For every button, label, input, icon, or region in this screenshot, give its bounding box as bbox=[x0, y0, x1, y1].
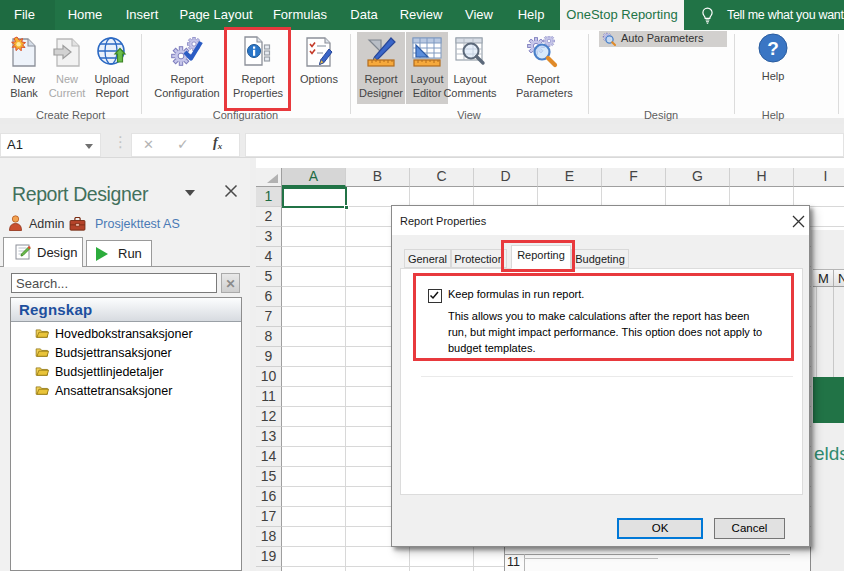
svg-text:?: ? bbox=[767, 38, 779, 59]
